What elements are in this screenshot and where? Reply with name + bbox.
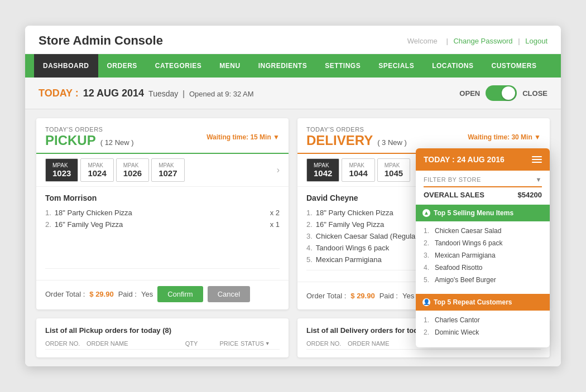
pickup-item-2: 2.16" Family Veg Pizza x 1 — [45, 219, 280, 230]
date-text: 12 AUG 2014 — [83, 88, 144, 99]
filter-dropdown-arrow[interactable]: ▼ — [536, 176, 542, 183]
nav-ingredients[interactable]: INGREDIENTS — [249, 54, 316, 78]
filter-by-store-label: FILTER BY STORE ▼ — [424, 176, 542, 183]
filter-divider — [424, 186, 542, 187]
delivery-tab-1045[interactable]: MPAK 1045 — [377, 158, 410, 182]
hamburger-line-1 — [532, 156, 542, 157]
today-label: TODAY : — [39, 88, 79, 99]
col-qty: Qty — [180, 340, 203, 347]
top-selling-label: Top 5 Selling Menu Items — [434, 209, 513, 217]
delivery-label-group: TODAY'S ORDERS DELIVERY ( 3 New ) — [306, 126, 407, 148]
pickup-today-label: TODAY'S ORDERS — [45, 126, 134, 133]
pickup-tab-1027[interactable]: MPAK 1027 — [151, 158, 184, 182]
opened-time: Opened at 9: 32 AM — [189, 90, 254, 98]
pickup-total-price: $ 29.90 — [89, 290, 113, 298]
nav: DASHBOARD ORDERS CATEGORIES MENU INGREDI… — [25, 54, 561, 78]
col-order-no: Order No. — [45, 340, 84, 347]
selling-item-2: 2. Tandoori Wings 6 pack — [424, 237, 542, 249]
top-customers-header: 👤 Top 5 Repeat Customers — [416, 294, 550, 311]
hamburger-menu-icon[interactable] — [532, 156, 542, 163]
header-right: Welcome | Change Password | Logout — [404, 37, 547, 45]
delivery-title-row: TODAY'S ORDERS DELIVERY ( 3 New ) Waitin… — [306, 126, 541, 148]
nav-orders[interactable]: ORDERS — [98, 54, 146, 78]
date-bar: TODAY : 12 AUG 2014 Tuesday | Opened at … — [25, 78, 561, 109]
person-icon: 👤 — [422, 298, 430, 306]
date-left: TODAY : 12 AUG 2014 Tuesday | Opened at … — [39, 88, 254, 99]
change-password-link[interactable]: Change Password — [453, 37, 512, 45]
close-label: CLOSE — [522, 89, 547, 98]
top-selling-header: ▲ Top 5 Selling Menu Items — [416, 205, 550, 221]
delivery-tab-1044[interactable]: MPAK 1044 — [342, 158, 374, 182]
main-window: Store Admin Console Welcome | Change Pas… — [25, 26, 561, 366]
delivery-total-price: $ 29.90 — [350, 292, 374, 300]
pickup-item-1: 1.18" Party Chicken Pizza x 2 — [45, 207, 280, 219]
pickup-count: ( 12 New ) — [100, 138, 134, 147]
toggle-knob — [502, 86, 515, 100]
separator2: | — [518, 37, 522, 45]
overall-sales-value: $54200 — [518, 191, 542, 199]
header: Store Admin Console Welcome | Change Pas… — [25, 26, 561, 54]
nav-customers[interactable]: CUSTOMERS — [482, 54, 545, 78]
app-title: Store Admin Console — [39, 33, 163, 48]
selling-item-3: 3. Mexican Parmigiana — [424, 249, 542, 262]
pickup-tabs: MPAK 1023 MPAK 1024 MPAK 1026 MPAK 1027 … — [36, 154, 289, 187]
delivery-count: ( 3 New ) — [377, 138, 407, 147]
pickup-tabs-arrow[interactable]: › — [277, 165, 280, 175]
delivery-title: DELIVERY — [306, 133, 373, 148]
col-status: Status ▼ — [241, 340, 280, 347]
top-customers-list: 1. Charles Cantor 2. Dominic Wieck — [424, 311, 542, 342]
top-customers-label: Top 5 Repeat Customers — [434, 298, 512, 306]
welcome-text: Welcome — [407, 37, 438, 45]
pickup-tab-1023[interactable]: MPAK 1023 — [45, 158, 78, 182]
pickup-card-header: TODAY'S ORDERS PICKUP ( 12 New ) Waiting… — [36, 118, 289, 154]
delivery-total-label: Order Total : — [306, 292, 346, 300]
selling-item-4: 4. Seafood Risotto — [424, 262, 542, 274]
selling-item-1: 1. Chicken Caesar Salad — [424, 225, 542, 237]
overall-sales-row: OVERALL SALES $54200 — [424, 191, 542, 199]
mobile-overlay: TODAY : 24 AUG 2016 FILTER BY STORE ▼ OV… — [416, 148, 550, 347]
pickup-card: TODAY'S ORDERS PICKUP ( 12 New ) Waiting… — [36, 118, 289, 309]
mobile-header: TODAY : 24 AUG 2016 — [416, 148, 550, 171]
pickup-total-label: Order Total : — [45, 290, 85, 298]
open-label: OPEN — [459, 89, 480, 98]
pickup-title: PICKUP — [45, 133, 96, 148]
delivery-col-order-no: Order No. — [306, 340, 345, 347]
pickup-tab-1026[interactable]: MPAK 1026 — [116, 158, 149, 182]
store-toggle[interactable] — [486, 85, 517, 101]
nav-settings[interactable]: SETTINGS — [316, 54, 369, 78]
hamburger-line-2 — [532, 159, 542, 160]
separator: | — [182, 89, 185, 98]
menu-icon: ▲ — [422, 209, 430, 217]
col-order-name: Order name — [87, 340, 178, 347]
nav-locations[interactable]: LOCATIONS — [423, 54, 482, 78]
delivery-paid-value: Yes — [402, 292, 414, 300]
delivery-wait-value: 30 Min ▼ — [511, 133, 541, 141]
logout-link[interactable]: Logout — [525, 37, 547, 45]
selling-item-5: 5. Amigo's Beef Burger — [424, 274, 542, 286]
pickup-tab-1024[interactable]: MPAK 1024 — [80, 158, 113, 182]
pickup-list-columns: Order No. Order name Qty Price Status ▼ — [45, 340, 280, 350]
nav-specials[interactable]: SPECIALS — [369, 54, 423, 78]
pickup-order-details: Tom Morrison 1.18" Party Chicken Pizza x… — [36, 187, 289, 280]
open-close: OPEN CLOSE — [459, 85, 547, 101]
pickup-list-section: List of all Pickup orders for today (8) … — [36, 318, 289, 357]
hamburger-line-3 — [532, 162, 542, 163]
delivery-today-label: TODAY'S ORDERS — [306, 126, 407, 133]
nav-menu[interactable]: MENU — [210, 54, 249, 78]
pickup-order-footer: Order Total : $ 29.90 Paid : Yes Confirm… — [36, 280, 289, 308]
nav-dashboard[interactable]: DASHBOARD — [34, 54, 98, 78]
delivery-tab-1042[interactable]: MPAK 1042 — [306, 158, 339, 182]
pickup-label-group: TODAY'S ORDERS PICKUP ( 12 New ) — [45, 126, 134, 148]
separator1: | — [446, 37, 450, 45]
pickup-paid-value: Yes — [141, 290, 153, 298]
nav-categories[interactable]: CATEGORIES — [146, 54, 210, 78]
mobile-body: FILTER BY STORE ▼ OVERALL SALES $54200 ▲… — [416, 171, 550, 347]
col-price: Price — [205, 340, 238, 347]
delivery-paid-label: Paid : — [380, 292, 398, 300]
overall-sales-label: OVERALL SALES — [424, 191, 484, 199]
top-selling-list: 1. Chicken Caesar Salad 2. Tandoori Wing… — [424, 221, 542, 289]
delivery-waiting: Waiting time: 30 Min ▼ — [468, 133, 541, 141]
pickup-wait-value: 15 Min ▼ — [250, 133, 280, 141]
pickup-cancel-button[interactable]: Cancel — [208, 286, 250, 302]
pickup-confirm-button[interactable]: Confirm — [157, 286, 203, 302]
